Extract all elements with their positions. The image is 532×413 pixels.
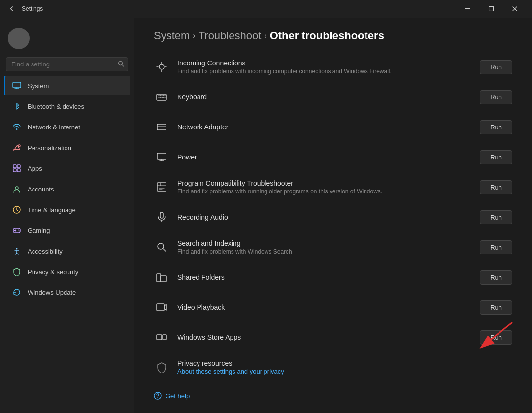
minimize-button[interactable] <box>456 0 479 18</box>
ts-power-run[interactable]: Run <box>480 150 512 164</box>
incoming-connections-icon <box>154 59 169 75</box>
ts-windows-store-apps-name: Windows Store Apps <box>177 333 472 341</box>
svg-point-2 <box>119 61 123 65</box>
ts-shared-folders-run[interactable]: Run <box>480 270 512 285</box>
ts-power: Power Run <box>154 142 512 172</box>
svg-rect-25 <box>157 304 164 311</box>
maximize-button[interactable] <box>480 0 502 18</box>
search-box <box>6 57 128 71</box>
ts-keyboard-run[interactable]: Run <box>480 90 512 104</box>
ts-search-indexing: Search and Indexing Find and fix problem… <box>154 232 512 262</box>
program-compatibility-icon <box>154 179 169 195</box>
privacy-resources-link[interactable]: About these settings and your privacy <box>177 368 284 375</box>
sidebar-item-bluetooth[interactable]: Bluetooth & devices <box>4 96 130 116</box>
svg-rect-19 <box>157 153 166 159</box>
network-icon <box>12 122 22 132</box>
close-button[interactable] <box>503 0 526 18</box>
ts-network-adapter-run[interactable]: Run <box>480 120 512 134</box>
ts-incoming-connections-desc: Find and fix problems with incoming comp… <box>177 68 472 75</box>
privacy-resources-name: Privacy resources <box>177 359 284 367</box>
ts-recording-audio: Recording Audio Run <box>154 202 512 232</box>
ts-search-indexing-desc: Find and fix problems with Windows Searc… <box>177 248 472 255</box>
sidebar-label-time: Time & language <box>28 206 76 214</box>
ts-search-indexing-run[interactable]: Run <box>480 240 512 254</box>
sidebar-label-system: System <box>28 82 49 90</box>
ts-network-adapter-name: Network Adapter <box>177 123 472 131</box>
accessibility-icon <box>12 246 22 256</box>
sidebar-item-network[interactable]: Network & internet <box>4 117 130 137</box>
svg-point-4 <box>16 128 18 130</box>
sidebar-item-personalization[interactable]: Personalization <box>4 138 130 158</box>
user-avatar-section <box>0 22 134 57</box>
sidebar-item-time[interactable]: Time & language <box>4 200 130 220</box>
time-icon <box>12 205 22 215</box>
svg-rect-7 <box>17 165 20 168</box>
get-help-label: Get help <box>166 392 190 400</box>
svg-rect-3 <box>13 82 21 88</box>
video-playback-icon <box>154 299 169 315</box>
svg-rect-21 <box>160 212 163 218</box>
ts-video-playback-run[interactable]: Run <box>480 300 512 315</box>
svg-rect-26 <box>157 335 162 340</box>
svg-point-30 <box>157 397 158 398</box>
ts-shared-folders-name: Shared Folders <box>177 273 472 281</box>
troubleshooter-list: Incoming Connections Find and fix proble… <box>134 52 532 382</box>
svg-point-14 <box>19 231 20 232</box>
ts-windows-store-apps-run[interactable]: Run <box>480 330 512 345</box>
ts-program-compatibility-name: Program Compatibility Troubleshooter <box>177 179 472 187</box>
breadcrumb-sep-2: › <box>264 32 266 40</box>
ts-video-playback-name: Video Playback <box>177 303 472 311</box>
ts-keyboard-name: Keyboard <box>177 93 472 101</box>
sidebar-item-accessibility[interactable]: Accessibility <box>4 241 130 261</box>
sidebar-item-privacy[interactable]: Privacy & security <box>4 262 130 282</box>
search-input[interactable] <box>6 57 128 71</box>
system-icon <box>12 81 22 91</box>
svg-rect-20 <box>157 183 166 191</box>
windows-store-apps-icon <box>154 329 169 345</box>
titlebar: Settings <box>0 0 532 18</box>
sidebar-label-apps: Apps <box>28 165 42 172</box>
breadcrumb-troubleshoot[interactable]: Troubleshoot <box>199 30 262 42</box>
ts-keyboard: Keyboard Run <box>154 82 512 112</box>
breadcrumb-sep-1: › <box>193 32 195 40</box>
ts-search-indexing-name: Search and Indexing <box>177 239 472 247</box>
sidebar-label-update: Windows Update <box>28 289 76 296</box>
privacy-resources-icon <box>154 359 169 375</box>
ts-incoming-connections-run[interactable]: Run <box>480 60 512 74</box>
breadcrumb: System › Troubleshoot › Other troublesho… <box>134 18 532 52</box>
ts-network-adapter: Network Adapter Run <box>154 112 512 142</box>
personalization-icon <box>12 143 22 153</box>
main-layout: System Bluetooth & devices Network & int… <box>0 18 532 413</box>
sidebar-item-update[interactable]: Windows Update <box>4 283 130 302</box>
shared-folders-icon <box>154 269 169 285</box>
sidebar-label-personalization: Personalization <box>28 144 71 152</box>
breadcrumb-system[interactable]: System <box>154 30 190 42</box>
search-icon <box>118 61 124 68</box>
breadcrumb-current: Other troubleshooters <box>270 30 384 42</box>
keyboard-icon <box>154 89 169 105</box>
sidebar-label-privacy: Privacy & security <box>28 268 78 276</box>
sidebar-item-apps[interactable]: Apps <box>4 159 130 178</box>
privacy-resources-item: Privacy resources About these settings a… <box>154 352 512 382</box>
content-area: System › Troubleshoot › Other troublesho… <box>134 18 532 413</box>
accounts-icon <box>12 184 22 194</box>
ts-recording-audio-run[interactable]: Run <box>480 210 512 224</box>
ts-incoming-connections-name: Incoming Connections <box>177 59 472 67</box>
sidebar-item-system[interactable]: System <box>4 76 130 95</box>
svg-rect-6 <box>13 165 16 168</box>
power-icon <box>154 149 169 165</box>
svg-rect-27 <box>163 335 166 340</box>
back-button[interactable] <box>6 3 18 15</box>
sidebar-item-gaming[interactable]: Gaming <box>4 221 130 240</box>
sidebar-item-accounts[interactable]: Accounts <box>4 179 130 199</box>
sidebar-label-accounts: Accounts <box>28 186 54 193</box>
sidebar-label-accessibility: Accessibility <box>28 248 63 255</box>
avatar <box>8 28 30 49</box>
svg-rect-17 <box>157 94 166 100</box>
svg-rect-18 <box>157 124 166 130</box>
window-controls <box>456 0 526 18</box>
ts-program-compatibility-run[interactable]: Run <box>480 180 512 194</box>
sidebar: System Bluetooth & devices Network & int… <box>0 18 134 413</box>
get-help[interactable]: Get help <box>134 382 532 405</box>
update-icon <box>12 287 22 297</box>
